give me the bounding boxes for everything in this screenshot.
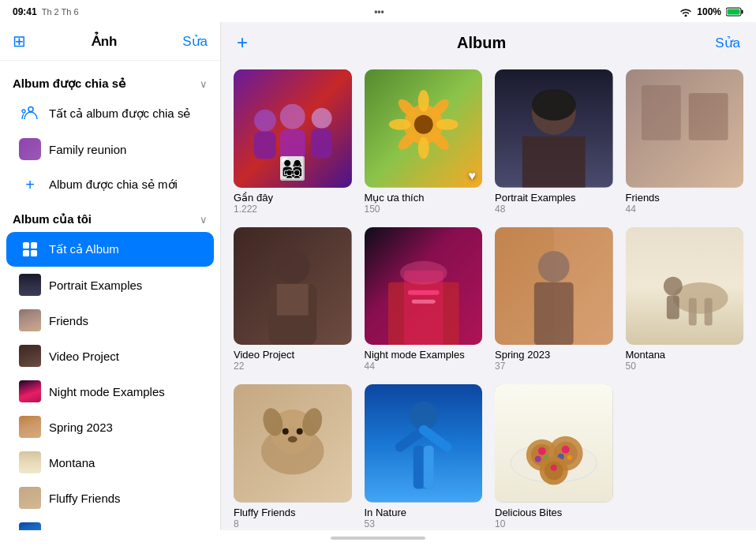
app-container: ⊞ Ảnh Sửa Album được chia sẻ ∨ Tất cả al… — [0, 22, 756, 530]
my-albums-chevron-icon[interactable]: ∨ — [200, 214, 208, 226]
svg-point-4 — [22, 110, 25, 113]
sidebar-item-spring[interactable]: Spring 2023 — [6, 410, 214, 444]
dots-indicator: ••• — [374, 6, 384, 17]
sidebar-item-night-mode[interactable]: Night mode Examples — [6, 374, 214, 409]
album-count-night: 44 — [365, 361, 483, 372]
svg-point-42 — [399, 260, 447, 284]
main-title: Album — [248, 34, 715, 52]
album-card-spring[interactable]: Spring 2023 37 — [495, 227, 613, 372]
album-name-recent: Gần đây — [234, 192, 352, 204]
video-label: Video Project — [49, 350, 119, 363]
my-albums-title: Album của tôi — [13, 212, 92, 226]
svg-rect-33 — [688, 93, 728, 140]
album-count-delicious: 10 — [495, 518, 613, 529]
battery-text: 100% — [697, 6, 721, 17]
svg-rect-11 — [254, 132, 276, 159]
album-card-night-mode[interactable]: Night mode Examples 44 — [365, 227, 483, 372]
album-card-favorites[interactable]: ♥ Mục ưa thích 150 — [365, 69, 483, 215]
album-name-friends: Friends — [626, 192, 744, 204]
sidebar-content: Album được chia sẻ ∨ Tất cả album được c… — [0, 61, 220, 530]
sidebar-item-portrait[interactable]: Portrait Examples — [6, 267, 214, 302]
sidebar-item-fluffy[interactable]: Fluffy Friends — [6, 481, 214, 515]
svg-point-75 — [538, 447, 546, 455]
sidebar-item-all-shared[interactable]: Tất cả album được chia sẻ — [6, 96, 214, 131]
status-bar: 09:41 Th 2 Th 6 ••• 100% — [0, 0, 756, 22]
svg-point-12 — [280, 104, 305, 129]
svg-rect-1 — [742, 10, 743, 14]
night-label: Night mode Examples — [49, 385, 165, 398]
shared-all-label: Tất cả album được chia sẻ — [49, 107, 190, 121]
svg-point-30 — [532, 89, 576, 121]
status-day: Th 2 Th 6 — [42, 7, 79, 17]
album-card-video[interactable]: Video Project 22 — [234, 227, 352, 372]
album-grid: Gần đây 1.222 — [221, 63, 756, 530]
friends-thumb — [19, 309, 41, 331]
svg-point-3 — [28, 107, 33, 112]
all-albums-label: Tất cả Album — [49, 242, 119, 256]
svg-rect-70 — [423, 446, 433, 489]
svg-point-63 — [288, 436, 298, 443]
main-header: + Album Sửa — [221, 22, 756, 63]
svg-point-19 — [417, 90, 429, 112]
shared-chevron-icon[interactable]: ∨ — [200, 78, 208, 90]
album-thumb-recent — [234, 69, 352, 188]
album-card-friends[interactable]: Friends 44 — [626, 69, 744, 215]
album-card-delicious[interactable]: Delicious Bites 10 — [495, 384, 613, 529]
svg-rect-5 — [23, 242, 29, 249]
sidebar-item-video-project[interactable]: Video Project — [6, 338, 214, 373]
svg-rect-49 — [534, 282, 574, 345]
sidebar: ⊞ Ảnh Sửa Album được chia sẻ ∨ Tất cả al… — [0, 22, 221, 530]
new-shared-label: Album được chia sẻ mới — [49, 178, 178, 192]
new-shared-icon: + — [19, 174, 41, 196]
svg-point-14 — [312, 108, 332, 129]
sidebar-edit-button[interactable]: Sửa — [182, 33, 208, 50]
svg-point-76 — [535, 456, 541, 462]
svg-rect-7 — [23, 250, 29, 256]
night-thumb — [19, 380, 41, 402]
svg-point-85 — [551, 465, 557, 471]
album-card-nature[interactable]: In Nature 53 — [365, 384, 483, 529]
svg-rect-8 — [31, 250, 37, 256]
album-thumb-friends — [626, 69, 744, 188]
sidebar-item-new-shared[interactable]: + Album được chia sẻ mới — [6, 167, 214, 202]
album-count-favorites: 150 — [365, 204, 483, 215]
portrait-thumb — [19, 274, 41, 296]
svg-rect-52 — [688, 297, 696, 325]
album-card-recent[interactable]: Gần đây 1.222 — [234, 69, 352, 215]
album-thumb-portrait — [495, 69, 613, 188]
family-reunion-icon — [19, 138, 41, 160]
favorites-heart-icon: ♥ — [469, 169, 477, 183]
nature-thumb — [19, 522, 41, 530]
svg-rect-53 — [704, 297, 712, 325]
status-left: 09:41 Th 2 Th 6 — [13, 6, 79, 17]
album-count-portrait: 48 — [495, 204, 613, 215]
album-name-montana: Montana — [626, 349, 744, 361]
main-panel: + Album Sửa — [221, 22, 756, 530]
album-name-nature: In Nature — [365, 507, 483, 518]
status-dots: ••• — [374, 6, 384, 17]
sidebar-item-family-reunion[interactable]: Family reunion — [6, 132, 214, 166]
my-albums-section-header: Album của tôi ∨ — [0, 203, 220, 231]
svg-point-54 — [663, 276, 682, 295]
sidebar-item-montana[interactable]: Montana — [6, 445, 214, 480]
sidebar-toggle-icon[interactable]: ⊞ — [13, 32, 26, 50]
album-card-montana[interactable]: Montana 50 — [626, 227, 744, 372]
svg-rect-15 — [312, 129, 332, 159]
sidebar-item-in-nature[interactable]: In Nature — [6, 516, 214, 530]
shared-albums-section-header: Album được chia sẻ ∨ — [0, 67, 220, 95]
main-edit-button[interactable]: Sửa — [715, 35, 740, 51]
svg-rect-44 — [411, 299, 435, 303]
sidebar-item-all-albums[interactable]: Tất cả Album — [6, 232, 214, 267]
album-thumb-montana — [626, 227, 744, 346]
family-reunion-label: Family reunion — [49, 143, 126, 156]
sidebar-item-friends[interactable]: Friends — [6, 303, 214, 338]
album-card-fluffy[interactable]: Fluffy Friends 8 — [234, 384, 352, 529]
svg-rect-43 — [407, 290, 439, 294]
spring-label: Spring 2023 — [49, 421, 113, 434]
album-thumb-delicious — [495, 384, 613, 503]
album-card-portrait[interactable]: Portrait Examples 48 — [495, 69, 613, 215]
svg-rect-55 — [666, 295, 679, 319]
add-album-button[interactable]: + — [237, 32, 248, 54]
album-name-portrait: Portrait Examples — [495, 192, 613, 204]
status-right: 100% — [679, 6, 743, 17]
